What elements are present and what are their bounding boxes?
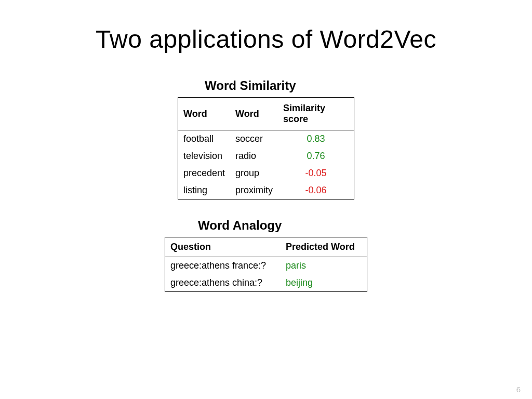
cell-word-2: group [230, 165, 278, 182]
cell-word-1: precedent [178, 165, 231, 182]
col-score: Similarity score [278, 98, 354, 130]
cell-word-1: listing [178, 182, 231, 200]
cell-word-2: radio [230, 148, 278, 165]
word-similarity-table: Word Word Similarity score football socc… [178, 97, 354, 200]
slide-title: Two applications of Word2Vec [0, 0, 532, 54]
col-word-1: Word [178, 98, 231, 130]
page-number: 6 [516, 385, 521, 394]
col-predicted: Predicted Word [281, 237, 367, 257]
table-row: precedent group -0.05 [178, 165, 354, 182]
cell-word-2: soccer [230, 130, 278, 148]
cell-predicted: beijing [281, 274, 367, 292]
table-header-row: Word Word Similarity score [178, 98, 354, 130]
cell-score: -0.05 [278, 165, 354, 182]
table-row: television radio 0.76 [178, 148, 354, 165]
cell-question: greece:athens france:? [165, 257, 281, 275]
cell-word-2: proximity [230, 182, 278, 200]
cell-question: greece:athens china:? [165, 274, 281, 292]
table-row: listing proximity -0.06 [178, 182, 354, 200]
cell-word-1: football [178, 130, 231, 148]
table-row: greece:athens france:? paris [165, 257, 367, 275]
word-similarity-heading: Word Similarity [205, 78, 354, 93]
word-analogy-heading: Word Analogy [198, 218, 367, 233]
cell-predicted: paris [281, 257, 367, 275]
word-analogy-table: Question Predicted Word greece:athens fr… [165, 237, 367, 292]
cell-score: 0.76 [278, 148, 354, 165]
col-question: Question [165, 237, 281, 257]
word-analogy-section: Word Analogy Question Predicted Word gre… [165, 218, 367, 292]
col-word-2: Word [230, 98, 278, 130]
table-row: greece:athens china:? beijing [165, 274, 367, 292]
table-header-row: Question Predicted Word [165, 237, 367, 257]
cell-score: -0.06 [278, 182, 354, 200]
cell-word-1: television [178, 148, 231, 165]
table-row: football soccer 0.83 [178, 130, 354, 148]
cell-score: 0.83 [278, 130, 354, 148]
word-similarity-section: Word Similarity Word Word Similarity sco… [178, 78, 354, 200]
